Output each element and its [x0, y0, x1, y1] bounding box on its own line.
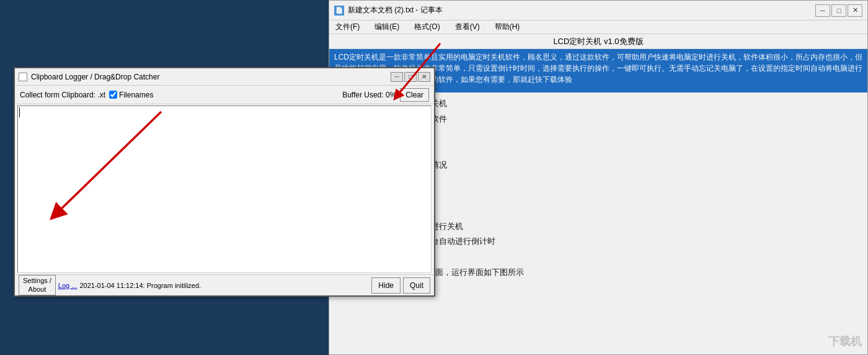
notepad-toolbar-title: LCD定时关机 v1.0免费版	[329, 34, 867, 49]
clipboard-close-btn[interactable]: ✕	[418, 72, 430, 82]
buffer-label: Buffer Used: 0%	[342, 91, 396, 99]
notepad-close-btn[interactable]: ✕	[848, 4, 862, 17]
notepad-menu-help[interactable]: 帮助(H)	[491, 20, 524, 34]
clipboard-maximize-btn[interactable]: □	[404, 72, 417, 82]
status-text: 2021-01-04 11:12:14: Program initilized.	[79, 282, 369, 289]
clipboard-minimize-btn[interactable]: ─	[391, 72, 403, 82]
hide-button[interactable]: Hide	[371, 277, 401, 294]
notepad-minimize-btn[interactable]: ─	[815, 4, 830, 17]
notepad-menu-format[interactable]: 格式(O)	[410, 20, 443, 34]
clipboard-statusbar: Settings / About Log ... 2021-01-04 11:1…	[15, 274, 434, 295]
notepad-menubar: 文件(F) 编辑(E) 格式(O) 查看(V) 帮助(H)	[329, 20, 867, 34]
filenames-checkbox[interactable]	[109, 91, 117, 99]
notepad-maximize-btn[interactable]: □	[831, 4, 846, 17]
clipboard-toolbar: Collect form Clipboard: .xt Filenames Bu…	[15, 86, 434, 104]
collect-label: Collect form Clipboard: .xt	[20, 91, 105, 99]
filenames-checkbox-label[interactable]: Filenames	[109, 91, 153, 99]
clipboard-win-controls: ─ □ ✕	[391, 72, 430, 82]
quit-button[interactable]: Quit	[403, 277, 430, 294]
clipboard-title: Clipboard Logger / Drag&Drop Catcher	[31, 73, 387, 81]
notepad-win-controls: ─ □ ✕	[815, 4, 862, 17]
clipboard-window: Clipboard Logger / Drag&Drop Catcher ─ □…	[14, 67, 435, 297]
text-cursor	[19, 107, 20, 117]
notepad-menu-edit[interactable]: 编辑(E)	[371, 20, 403, 34]
notepad-menu-view[interactable]: 查看(V)	[451, 20, 484, 34]
clipboard-icon	[19, 73, 27, 81]
filenames-label: Filenames	[119, 91, 153, 99]
clipboard-titlebar: Clipboard Logger / Drag&Drop Catcher ─ □…	[15, 68, 434, 86]
clear-button[interactable]: Clear	[400, 88, 429, 102]
notepad-icon: 📄	[334, 6, 344, 16]
settings-button[interactable]: Settings / About	[19, 275, 56, 295]
clipboard-main-area[interactable]	[17, 106, 432, 273]
notepad-menu-file[interactable]: 文件(F)	[332, 20, 363, 34]
log-link[interactable]: Log ...	[58, 282, 78, 289]
notepad-title: 新建文本文档 (2).txt - 记事本	[348, 5, 812, 16]
notepad-titlebar: 📄 新建文本文档 (2).txt - 记事本 ─ □ ✕	[329, 1, 867, 20]
